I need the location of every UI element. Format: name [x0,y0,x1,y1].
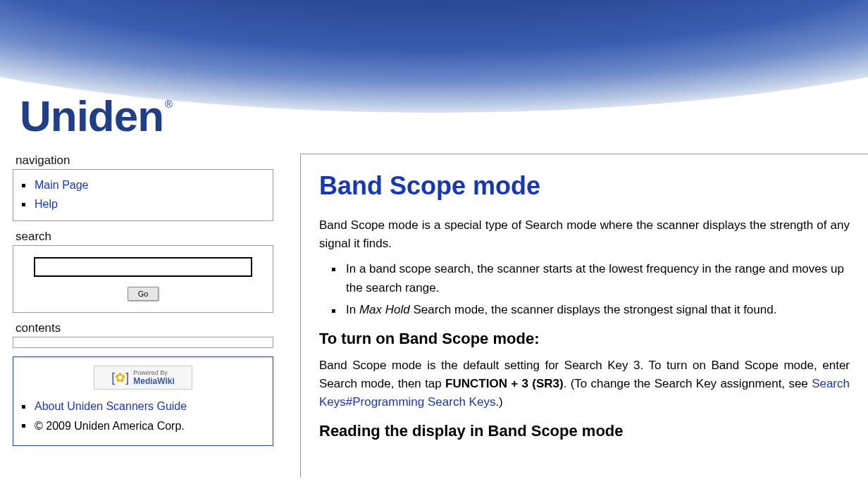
nav-link-help[interactable]: Help [35,198,58,210]
nav-item-help[interactable]: Help [35,194,266,213]
footer-item-copyright: © 2009 Uniden America Corp. [35,416,266,435]
intro-paragraph: Band Scope mode is a special type of Sea… [319,216,850,252]
registered-mark: ® [165,98,172,110]
search-body: Go [13,245,273,313]
text: . (To change the Search Key assignment, … [564,377,812,390]
mediawiki-text: Powered By MediaWiki [133,370,175,386]
list-item: In a band scope search, the scanner star… [346,259,850,297]
contents-portlet: contents [13,321,273,348]
page-title: Band Scope mode [319,171,850,201]
sidebar: navigation Main Page Help search Go cont… [13,154,273,454]
nav-portlet: navigation Main Page Help [13,154,273,221]
intro-list: In a band scope search, the scanner star… [319,259,850,320]
mediawiki-line2: MediaWiki [133,377,175,386]
nav-link-main-page[interactable]: Main Page [35,179,89,191]
footer-portlet: [✿] Powered By MediaWiki About Uniden Sc… [13,356,273,445]
subheading-reading-display: Reading the display in Band Scope mode [319,422,850,440]
mediawiki-badge[interactable]: [✿] Powered By MediaWiki [94,366,192,390]
brand-logo: Uniden® [20,94,170,138]
article-content: Band Scope mode Band Scope mode is a spe… [300,154,868,478]
footer-body: [✿] Powered By MediaWiki About Uniden Sc… [13,356,273,445]
header-banner: Uniden® [0,0,868,141]
nav-item-main-page[interactable]: Main Page [35,175,266,194]
nav-body: Main Page Help [13,169,273,221]
list-item: In Max Hold Search mode, the scanner dis… [346,300,850,319]
key-combo: FUNCTION + 3 (SR3) [445,377,564,390]
text: In [346,303,359,316]
nav-heading: navigation [16,154,273,168]
logo-text: Uniden [20,92,163,140]
text: .) [495,395,502,409]
go-button[interactable]: Go [128,287,159,301]
subheading-turn-on: To turn on Band Scope mode: [319,330,850,348]
footer-text-copyright: © 2009 Uniden America Corp. [35,420,185,432]
footer-item-about[interactable]: About Uniden Scanners Guide [35,397,266,416]
text: Search mode, the scanner displays the st… [410,303,777,316]
contents-heading: contents [16,321,273,335]
search-heading: search [16,230,273,244]
search-portlet: search Go [13,230,273,313]
emphasis-max-hold: Max Hold [359,303,410,316]
mediawiki-icon: [✿] [111,371,129,384]
contents-body-empty [13,337,273,348]
footer-link-about[interactable]: About Uniden Scanners Guide [35,400,187,412]
search-input[interactable] [34,257,252,277]
turn-on-paragraph: Band Scope mode is the default setting f… [319,356,850,412]
